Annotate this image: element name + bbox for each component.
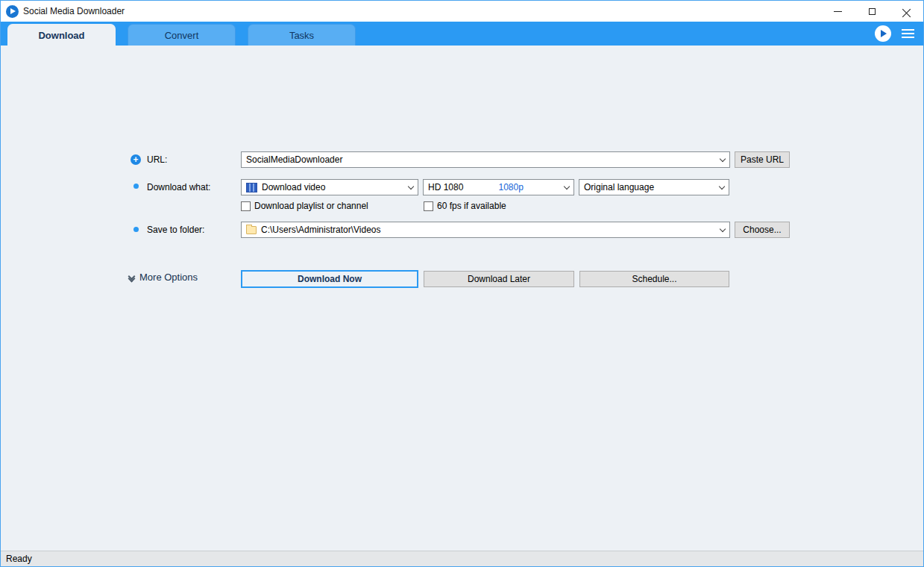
hamburger-icon	[902, 29, 914, 31]
language-select[interactable]: Original language	[579, 179, 729, 195]
more-options-label: More Options	[139, 272, 198, 283]
bullet-icon	[133, 184, 139, 189]
app-logo-icon	[6, 5, 19, 18]
quality-select[interactable]: HD 1080 1080p	[423, 179, 574, 195]
play-icon	[881, 30, 887, 37]
window-title: Social Media Downloader	[23, 6, 125, 16]
download-now-button[interactable]: Download Now	[241, 270, 418, 288]
maximize-icon	[869, 8, 876, 15]
choose-folder-button[interactable]: Choose...	[735, 222, 790, 238]
status-bar: Ready	[1, 551, 923, 566]
add-url-icon	[131, 154, 141, 165]
language-select-value: Original language	[584, 182, 654, 192]
folder-icon	[246, 226, 257, 234]
checkbox-box-icon[interactable]	[424, 201, 433, 211]
window-controls	[820, 1, 923, 22]
download-later-button[interactable]: Download Later	[424, 271, 574, 287]
chevron-down-icon[interactable]	[404, 180, 418, 195]
tab-tasks-label: Tasks	[289, 30, 314, 41]
url-label: URL:	[147, 151, 167, 168]
bullet-icon	[133, 227, 139, 232]
save-folder-path: C:\Users\Administrator\Videos	[261, 225, 381, 235]
minimize-icon	[834, 11, 842, 12]
format-select-value: Download video	[262, 182, 325, 192]
fps-checkbox-label: 60 fps if available	[437, 201, 506, 211]
chevron-down-icon[interactable]	[716, 222, 729, 237]
menu-button[interactable]	[900, 26, 916, 41]
tab-download[interactable]: Download	[7, 24, 116, 46]
tab-tasks[interactable]: Tasks	[248, 24, 356, 46]
fps-checkbox[interactable]: 60 fps if available	[424, 201, 506, 211]
playlist-checkbox[interactable]: Download playlist or channel	[241, 201, 368, 211]
tab-bar: Download Convert Tasks	[1, 22, 923, 46]
double-chevron-down-icon	[129, 274, 134, 281]
chevron-down-icon[interactable]	[715, 180, 729, 195]
minimize-button[interactable]	[820, 1, 855, 22]
tabbar-right-actions	[875, 22, 923, 46]
playlist-checkbox-label: Download playlist or channel	[254, 201, 368, 211]
video-film-icon	[246, 183, 257, 192]
download-what-label: Download what:	[147, 179, 210, 195]
url-combobox[interactable]	[241, 151, 730, 168]
format-select[interactable]: Download video	[241, 179, 418, 195]
download-panel: URL: Paste URL Download what: Download v…	[1, 46, 923, 551]
tab-download-label: Download	[38, 30, 84, 41]
tab-convert-label: Convert	[165, 30, 199, 41]
tab-convert[interactable]: Convert	[128, 24, 236, 46]
more-options-toggle[interactable]: More Options	[129, 272, 198, 283]
save-folder-combobox[interactable]: C:\Users\Administrator\Videos	[241, 222, 730, 238]
checkbox-box-icon[interactable]	[241, 201, 251, 211]
quality-badge: 1080p	[499, 182, 525, 192]
url-input[interactable]	[246, 152, 716, 167]
play-circle-button[interactable]	[875, 25, 891, 42]
close-icon	[902, 7, 911, 16]
chevron-down-icon[interactable]	[560, 180, 573, 195]
maximize-button[interactable]	[855, 1, 889, 22]
titlebar: Social Media Downloader	[1, 1, 923, 22]
quality-select-value: HD 1080	[428, 182, 463, 192]
schedule-button[interactable]: Schedule...	[579, 271, 729, 287]
play-glyph-icon	[10, 8, 16, 14]
status-text: Ready	[6, 554, 32, 564]
save-folder-label: Save to folder:	[147, 222, 204, 238]
chevron-down-icon[interactable]	[716, 152, 729, 167]
close-button[interactable]	[889, 1, 923, 22]
paste-url-button[interactable]: Paste URL	[735, 151, 790, 168]
app-window: Social Media Downloader Download Convert…	[0, 0, 924, 567]
